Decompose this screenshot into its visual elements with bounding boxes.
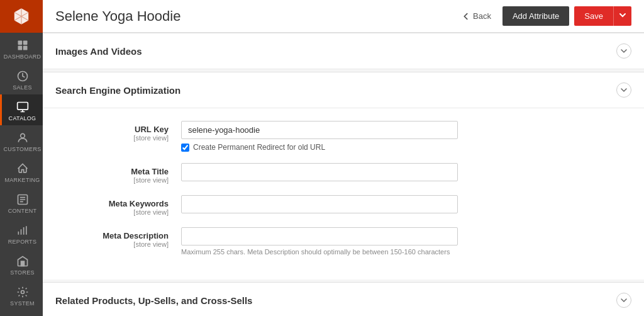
page-content: Images And Videos Search Engine Optimiza… (43, 33, 644, 316)
sidebar-item-sales[interactable]: Sales (0, 64, 43, 94)
permanent-redirect-label: Create Permanent Redirect for old URL (193, 143, 325, 152)
svg-point-6 (20, 133, 25, 138)
add-attribute-button[interactable]: Add Attribute (502, 6, 569, 26)
sidebar-item-reports-label: Reports (8, 239, 36, 245)
chevron-down-icon (620, 47, 628, 55)
url-key-row: URL Key [store view] Create Permanent Re… (43, 121, 631, 152)
meta-keywords-control-group (181, 195, 631, 213)
meta-keywords-label: Meta Keywords (55, 199, 169, 208)
page-header: Selene Yoga Hoodie Back Add Attribute Sa… (43, 0, 644, 33)
meta-description-row: Meta Description [store view] Maximum 25… (43, 227, 631, 256)
meta-keywords-sub-label: [store view] (55, 208, 169, 216)
url-key-control-group: Create Permanent Redirect for old URL (181, 121, 631, 152)
sidebar-item-marketing-label: Marketing (4, 177, 40, 183)
chevron-down-icon (620, 86, 628, 94)
permanent-redirect-row: Create Permanent Redirect for old URL (181, 143, 631, 152)
meta-description-hint: Maximum 255 chars. Meta Description shou… (181, 248, 631, 256)
meta-title-label: Meta Title (55, 167, 169, 176)
url-key-label: URL Key (55, 125, 169, 134)
images-videos-title: Images And Videos (55, 46, 142, 57)
sidebar-item-customers[interactable]: Customers (0, 125, 43, 156)
meta-keywords-row: Meta Keywords [store view] (43, 195, 631, 216)
meta-description-input[interactable] (181, 227, 458, 245)
related-products-section: Related Products, Up-Sells, and Cross-Se… (43, 282, 644, 316)
related-products-title: Related Products, Up-Sells, and Cross-Se… (55, 295, 252, 306)
chevron-down-icon (620, 296, 628, 304)
save-button[interactable]: Save (574, 6, 613, 26)
back-button[interactable]: Back (455, 8, 497, 25)
meta-keywords-label-group: Meta Keywords [store view] (55, 195, 181, 216)
sidebar-item-customers-label: Customers (3, 146, 41, 152)
back-arrow-icon (462, 12, 470, 21)
images-videos-section-header[interactable]: Images And Videos (43, 33, 644, 69)
meta-keywords-input[interactable] (181, 195, 458, 213)
images-videos-section: Images And Videos (43, 33, 644, 69)
meta-description-label: Meta Description (55, 231, 169, 240)
save-button-group: Save (574, 6, 631, 26)
seo-toggle[interactable] (616, 82, 631, 98)
svg-rect-5 (17, 103, 28, 110)
sidebar-item-stores-label: Stores (10, 269, 35, 276)
svg-point-8 (21, 291, 24, 294)
sidebar-item-system[interactable]: System (0, 279, 43, 310)
meta-title-label-group: Meta Title [store view] (55, 163, 181, 184)
seo-section: Search Engine Optimization URL Key [stor… (43, 72, 644, 279)
meta-title-control-group (181, 163, 631, 181)
sidebar-item-reports[interactable]: Reports (0, 218, 43, 249)
images-videos-toggle[interactable] (616, 43, 631, 59)
sidebar-item-system-label: System (10, 300, 35, 307)
related-products-section-header[interactable]: Related Products, Up-Sells, and Cross-Se… (43, 283, 644, 316)
svg-rect-2 (18, 46, 22, 50)
main-area: Selene Yoga Hoodie Back Add Attribute Sa… (43, 0, 644, 316)
meta-title-input[interactable] (181, 163, 458, 181)
seo-title: Search Engine Optimization (55, 85, 180, 96)
svg-rect-1 (23, 41, 27, 45)
header-actions: Back Add Attribute Save (455, 6, 631, 26)
meta-description-control-group: Maximum 255 chars. Meta Description shou… (181, 227, 631, 256)
sidebar-item-dashboard-label: Dashboard (4, 54, 42, 60)
svg-rect-0 (18, 41, 22, 45)
sidebar-item-sales-label: Sales (13, 84, 32, 91)
sidebar-logo[interactable] (0, 0, 43, 33)
related-products-toggle[interactable] (616, 293, 631, 308)
sidebar-item-marketing[interactable]: Marketing (0, 156, 43, 187)
sidebar-item-catalog[interactable]: Catalog (0, 94, 43, 125)
svg-rect-3 (23, 46, 27, 50)
url-key-sub-label: [store view] (55, 134, 169, 142)
seo-section-header[interactable]: Search Engine Optimization (43, 72, 644, 108)
url-key-label-group: URL Key [store view] (55, 121, 181, 142)
meta-title-sub-label: [store view] (55, 176, 169, 184)
save-dropdown-button[interactable] (613, 6, 631, 26)
meta-description-sub-label: [store view] (55, 240, 169, 248)
meta-description-label-group: Meta Description [store view] (55, 227, 181, 248)
sidebar-item-dashboard[interactable]: Dashboard (0, 33, 43, 64)
meta-title-row: Meta Title [store view] (43, 163, 631, 184)
back-label: Back (473, 11, 491, 21)
permanent-redirect-checkbox[interactable] (181, 144, 189, 152)
chevron-down-icon (619, 11, 626, 19)
sidebar: Dashboard Sales Catalog Customers Market… (0, 0, 43, 316)
url-key-input[interactable] (181, 121, 458, 139)
seo-content: URL Key [store view] Create Permanent Re… (43, 108, 644, 279)
page-title: Selene Yoga Hoodie (55, 8, 455, 25)
sidebar-item-content[interactable]: Content (0, 187, 43, 218)
sidebar-item-stores[interactable]: Stores (0, 249, 43, 279)
sidebar-item-catalog-label: Catalog (9, 115, 36, 121)
sidebar-item-content-label: Content (8, 208, 37, 214)
